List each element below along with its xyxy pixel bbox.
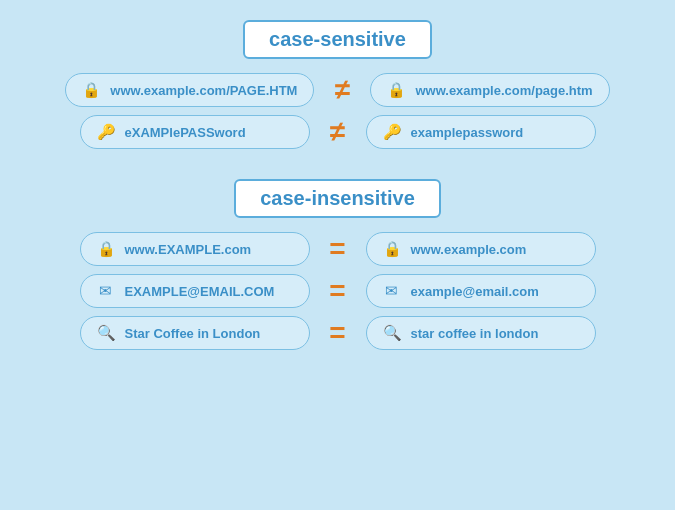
insensitive-right-domain-text: www.example.com <box>411 242 527 257</box>
equal-operator-1: = <box>320 233 356 265</box>
lock-icon-2: 🔒 <box>387 81 405 99</box>
insensitive-right-email-pill: ✉ example@email.com <box>366 274 596 308</box>
search-icon: 🔍 <box>97 324 115 342</box>
sensitive-right-url-text: www.example.com/page.htm <box>415 83 592 98</box>
insensitive-left-search-text: Star Coffee in London <box>125 326 261 341</box>
search-icon-2: 🔍 <box>383 324 401 342</box>
sensitive-left-url-text: www.example.com/PAGE.HTM <box>110 83 297 98</box>
case-insensitive-section: case-insensitive 🔒 www.EXAMPLE.com = 🔒 w… <box>20 179 655 358</box>
insensitive-row-1: 🔒 www.EXAMPLE.com = 🔒 www.example.com <box>20 232 655 266</box>
case-insensitive-title: case-insensitive <box>234 179 441 218</box>
not-equal-operator-2: ≠ <box>320 116 356 148</box>
lock-icon: 🔒 <box>82 81 100 99</box>
sensitive-row-2: 🔑 eXAMPlePASSword ≠ 🔑 examplepassword <box>20 115 655 149</box>
insensitive-right-domain-pill: 🔒 www.example.com <box>366 232 596 266</box>
sensitive-left-pass-pill: 🔑 eXAMPlePASSword <box>80 115 310 149</box>
sensitive-right-pass-pill: 🔑 examplepassword <box>366 115 596 149</box>
insensitive-row-3: 🔍 Star Coffee in London = 🔍 star coffee … <box>20 316 655 350</box>
sensitive-right-url-pill: 🔒 www.example.com/page.htm <box>370 73 609 107</box>
not-equal-operator-1: ≠ <box>324 74 360 106</box>
insensitive-left-search-pill: 🔍 Star Coffee in London <box>80 316 310 350</box>
insensitive-right-email-text: example@email.com <box>411 284 539 299</box>
sensitive-row-1: 🔒 www.example.com/PAGE.HTM ≠ 🔒 www.examp… <box>20 73 655 107</box>
sensitive-left-url-pill: 🔒 www.example.com/PAGE.HTM <box>65 73 314 107</box>
mail-icon: ✉ <box>97 282 115 300</box>
equal-operator-3: = <box>320 317 356 349</box>
key-icon-2: 🔑 <box>383 123 401 141</box>
insensitive-left-email-text: EXAMPLE@EMAIL.COM <box>125 284 275 299</box>
insensitive-left-domain-pill: 🔒 www.EXAMPLE.com <box>80 232 310 266</box>
equal-operator-2: = <box>320 275 356 307</box>
mail-icon-2: ✉ <box>383 282 401 300</box>
sensitive-left-pass-text: eXAMPlePASSword <box>125 125 246 140</box>
case-sensitive-title: case-sensitive <box>243 20 432 59</box>
insensitive-left-domain-text: www.EXAMPLE.com <box>125 242 252 257</box>
case-sensitive-section: case-sensitive 🔒 www.example.com/PAGE.HT… <box>20 20 655 157</box>
insensitive-row-2: ✉ EXAMPLE@EMAIL.COM = ✉ example@email.co… <box>20 274 655 308</box>
lock-icon-4: 🔒 <box>383 240 401 258</box>
key-icon: 🔑 <box>97 123 115 141</box>
lock-icon-3: 🔒 <box>97 240 115 258</box>
insensitive-left-email-pill: ✉ EXAMPLE@EMAIL.COM <box>80 274 310 308</box>
insensitive-right-search-text: star coffee in london <box>411 326 539 341</box>
sensitive-right-pass-text: examplepassword <box>411 125 524 140</box>
insensitive-right-search-pill: 🔍 star coffee in london <box>366 316 596 350</box>
